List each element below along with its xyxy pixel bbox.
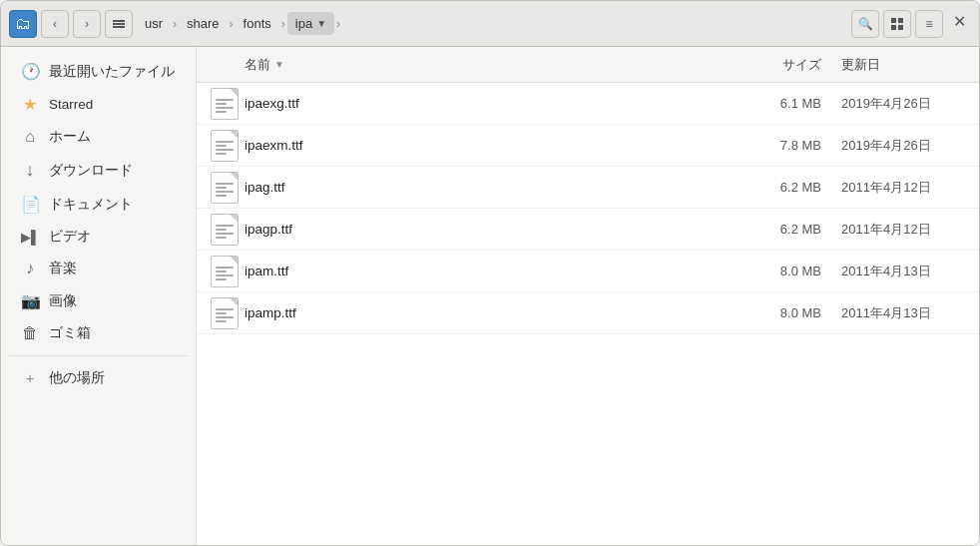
- sidebar-item-documents[interactable]: 📄 ドキュメント: [5, 188, 192, 221]
- file-size: 7.8 MB: [722, 138, 841, 153]
- file-manager-window: 🗂 ‹ › usr › share › fonts › ipa ▼ › 🔍 ≡ …: [0, 0, 980, 546]
- sidebar-label-music: 音楽: [49, 260, 77, 277]
- sidebar-item-other[interactable]: + 他の場所: [5, 362, 192, 394]
- file-icon: [211, 214, 239, 246]
- file-size: 6.2 MB: [722, 222, 841, 237]
- sidebar-label-home: ホーム: [49, 128, 91, 146]
- titlebar-actions: 🔍 ≡ ✕: [851, 10, 971, 38]
- column-name[interactable]: 名前 ▼: [205, 56, 722, 74]
- breadcrumb-ipa[interactable]: ipa ▼: [287, 12, 334, 35]
- file-icon-wrap: [205, 214, 245, 246]
- file-size: 8.0 MB: [722, 264, 841, 278]
- breadcrumb-nav-right[interactable]: ›: [336, 17, 340, 31]
- svg-rect-4: [898, 18, 903, 23]
- file-name: ipaexm.ttf: [245, 138, 722, 153]
- file-name: ipamp.ttf: [245, 305, 722, 320]
- file-list: 名前 ▼ サイズ 更新日 ipaexg.ttf 6.1 MB: [197, 47, 979, 545]
- sidebar-label-starred: Starred: [49, 97, 93, 112]
- sidebar-label-photos: 画像: [49, 292, 77, 310]
- sidebar-label-downloads: ダウンロード: [49, 162, 133, 180]
- svg-rect-1: [113, 23, 125, 25]
- back-button[interactable]: ‹: [41, 10, 69, 38]
- breadcrumb-share[interactable]: share: [179, 12, 228, 35]
- sidebar-item-music[interactable]: ♪ 音楽: [5, 253, 192, 284]
- file-icon: [211, 297, 239, 329]
- menu-button[interactable]: ≡: [915, 10, 943, 38]
- sidebar: 🕐 最近開いたファイル ★ Starred ⌂ ホーム ↓ ダウンロード 📄 ド…: [1, 47, 197, 545]
- trash-icon: 🗑: [21, 324, 39, 342]
- sidebar-item-starred[interactable]: ★ Starred: [5, 88, 192, 121]
- file-date: 2011年4月13日: [841, 263, 971, 280]
- table-row[interactable]: ipaexg.ttf 6.1 MB 2019年4月26日: [197, 83, 979, 125]
- breadcrumb-usr[interactable]: usr: [137, 12, 171, 35]
- table-row[interactable]: ipamp.ttf 8.0 MB 2011年4月13日: [197, 292, 979, 334]
- history-button[interactable]: [105, 10, 133, 38]
- table-row[interactable]: ipag.ttf 6.2 MB 2011年4月12日: [197, 167, 979, 209]
- breadcrumb-sep-2: ›: [230, 17, 234, 31]
- column-date[interactable]: 更新日: [841, 56, 971, 74]
- breadcrumb-dropdown-icon: ▼: [316, 18, 326, 29]
- grid-view-button[interactable]: [883, 10, 911, 38]
- photos-icon: 📷: [21, 291, 39, 310]
- table-row[interactable]: ipam.ttf 8.0 MB 2011年4月13日: [197, 251, 979, 292]
- breadcrumb-sep-3: ›: [281, 17, 285, 31]
- file-icon-wrap: [205, 88, 245, 120]
- sidebar-label-other: 他の場所: [49, 369, 105, 387]
- download-icon: ↓: [21, 160, 39, 181]
- file-size: 6.2 MB: [722, 180, 841, 195]
- file-icon: [211, 88, 239, 120]
- file-date: 2019年4月26日: [841, 137, 971, 155]
- file-name: ipam.ttf: [245, 264, 722, 278]
- main-area: 🕐 最近開いたファイル ★ Starred ⌂ ホーム ↓ ダウンロード 📄 ド…: [1, 47, 979, 545]
- file-icon-wrap: [205, 172, 245, 204]
- filelist-header: 名前 ▼ サイズ 更新日: [197, 47, 979, 83]
- file-name: ipagp.ttf: [245, 222, 722, 237]
- forward-button[interactable]: ›: [73, 10, 101, 38]
- table-row[interactable]: ipagp.ttf 6.2 MB 2011年4月12日: [197, 209, 979, 251]
- documents-icon: 📄: [21, 195, 39, 214]
- file-size: 6.1 MB: [722, 96, 841, 111]
- file-icon-wrap: [205, 256, 245, 287]
- file-date: 2011年4月13日: [841, 304, 971, 322]
- file-icon: [211, 256, 239, 287]
- sidebar-item-downloads[interactable]: ↓ ダウンロード: [5, 153, 192, 188]
- file-name: ipag.ttf: [245, 180, 722, 195]
- sidebar-label-recent: 最近開いたファイル: [49, 63, 175, 81]
- sidebar-item-home[interactable]: ⌂ ホーム: [5, 121, 192, 153]
- breadcrumb-sep-1: ›: [173, 17, 177, 31]
- sort-arrow-icon: ▼: [274, 59, 284, 70]
- search-button[interactable]: 🔍: [851, 10, 879, 38]
- file-icon: [211, 172, 239, 204]
- recent-icon: 🕐: [21, 62, 39, 81]
- table-row[interactable]: ipaexm.ttf 7.8 MB 2019年4月26日: [197, 125, 979, 167]
- file-name: ipaexg.ttf: [245, 96, 722, 111]
- svg-rect-6: [898, 25, 903, 30]
- sidebar-item-recent[interactable]: 🕐 最近開いたファイル: [5, 55, 192, 88]
- sidebar-item-videos[interactable]: ▶▌ ビデオ: [5, 221, 192, 253]
- sidebar-item-photos[interactable]: 📷 画像: [5, 284, 192, 317]
- close-button[interactable]: ✕: [947, 10, 971, 34]
- files-icon-button[interactable]: 🗂: [9, 10, 37, 38]
- svg-rect-2: [113, 26, 125, 28]
- file-date: 2011年4月12日: [841, 179, 971, 197]
- sidebar-label-videos: ビデオ: [49, 228, 91, 246]
- svg-rect-5: [891, 25, 896, 30]
- column-size[interactable]: サイズ: [722, 56, 841, 74]
- file-icon-wrap: [205, 130, 245, 162]
- file-date: 2011年4月12日: [841, 221, 971, 239]
- svg-rect-3: [891, 18, 896, 23]
- file-icon: [211, 130, 239, 162]
- breadcrumb-fonts[interactable]: fonts: [236, 12, 279, 35]
- file-date: 2019年4月26日: [841, 95, 971, 113]
- music-icon: ♪: [21, 260, 39, 277]
- sidebar-divider: [9, 355, 188, 356]
- breadcrumb: usr › share › fonts › ipa ▼ ›: [137, 12, 847, 35]
- sidebar-label-documents: ドキュメント: [49, 196, 133, 214]
- titlebar: 🗂 ‹ › usr › share › fonts › ipa ▼ › 🔍 ≡ …: [1, 1, 979, 47]
- sidebar-item-trash[interactable]: 🗑 ゴミ箱: [5, 317, 192, 349]
- add-icon: +: [21, 370, 39, 386]
- sidebar-label-trash: ゴミ箱: [49, 324, 91, 342]
- file-size: 8.0 MB: [722, 305, 841, 320]
- svg-rect-0: [113, 20, 125, 22]
- star-icon: ★: [21, 95, 39, 114]
